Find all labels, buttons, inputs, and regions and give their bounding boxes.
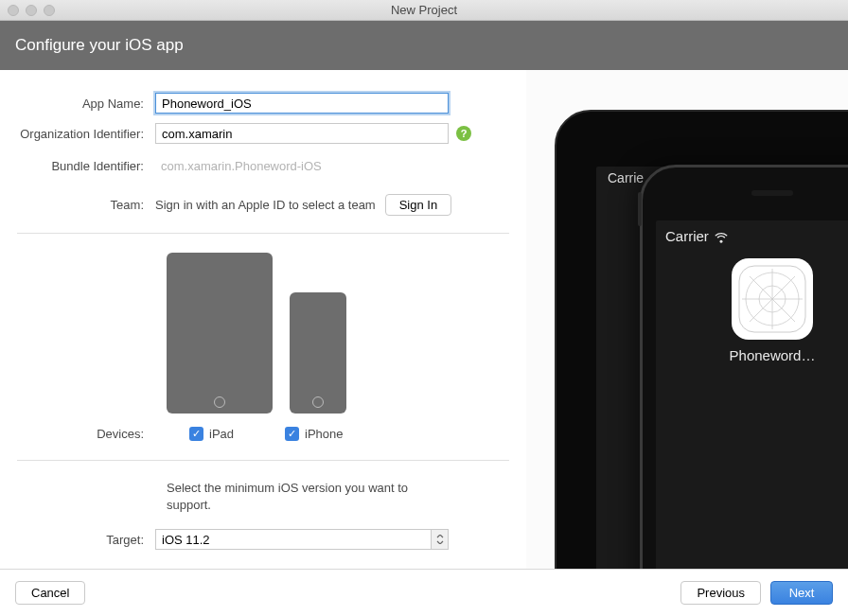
ipad-carrier-text: Carrie xyxy=(608,170,644,185)
target-description: Select the minimum iOS version you want … xyxy=(167,480,432,514)
app-name-input[interactable] xyxy=(155,93,449,114)
ipad-checkbox[interactable]: ✓ xyxy=(189,427,203,441)
devices-label: Devices: xyxy=(17,427,155,441)
previous-button[interactable]: Previous xyxy=(680,581,761,605)
target-select[interactable]: iOS 11.2 xyxy=(155,529,449,550)
traffic-lights xyxy=(8,5,55,16)
preview-app-name: Phoneword… xyxy=(656,347,848,363)
target-select-value: iOS 11.2 xyxy=(162,533,210,547)
team-text: Sign in with an Apple ID to select a tea… xyxy=(155,198,376,212)
iphone-checkbox[interactable]: ✓ xyxy=(285,427,299,441)
team-row: Team: Sign in with an Apple ID to select… xyxy=(17,194,509,216)
next-button[interactable]: Next xyxy=(770,581,833,605)
iphone-check-group: ✓ iPhone xyxy=(285,427,343,441)
minimize-window-button[interactable] xyxy=(26,5,37,16)
iphone-icon xyxy=(290,292,346,414)
bundle-id-label: Bundle Identifier: xyxy=(17,159,155,173)
wifi-icon xyxy=(715,230,728,243)
target-label: Target: xyxy=(17,533,155,547)
zoom-window-button[interactable] xyxy=(44,5,55,16)
iphone-speaker xyxy=(751,190,793,196)
page-title: Configure your iOS app xyxy=(15,36,184,55)
page-header: Configure your iOS app xyxy=(0,21,848,70)
org-id-input[interactable] xyxy=(155,123,449,144)
device-icons xyxy=(167,253,509,414)
iphone-carrier-text: Carrier xyxy=(665,228,709,244)
home-button-icon xyxy=(214,396,225,408)
app-name-label: App Name: xyxy=(17,97,155,111)
close-window-button[interactable] xyxy=(8,5,19,16)
preview-panel: Carrie Carrier xyxy=(526,70,848,569)
target-section: Select the minimum iOS version you want … xyxy=(17,480,509,550)
content-area: App Name: Organization Identifier: ? Bun… xyxy=(0,70,848,569)
window-title: New Project xyxy=(0,3,848,17)
org-id-label: Organization Identifier: xyxy=(17,127,155,141)
titlebar: New Project xyxy=(0,0,848,21)
bundle-id-value: com.xamarin.Phoneword-iOS xyxy=(155,159,322,173)
bundle-id-row: Bundle Identifier: com.xamarin.Phoneword… xyxy=(17,159,509,173)
divider xyxy=(17,460,509,461)
footer-right: Previous Next xyxy=(680,581,833,605)
cancel-button[interactable]: Cancel xyxy=(15,581,85,605)
ipad-icon xyxy=(167,253,273,414)
iphone-check-label: iPhone xyxy=(305,427,343,441)
help-icon[interactable]: ? xyxy=(456,126,471,141)
ipad-check-group: ✓ iPad xyxy=(189,427,234,441)
divider xyxy=(17,233,509,234)
footer: Cancel Previous Next xyxy=(0,569,848,616)
app-icon-placeholder xyxy=(738,265,806,333)
org-id-row: Organization Identifier: ? xyxy=(17,123,509,144)
team-label: Team: xyxy=(17,198,155,212)
app-name-row: App Name: xyxy=(17,93,509,114)
iphone-preview: Carrier Phoneword… xyxy=(640,165,848,569)
iphone-status-bar: Carrier xyxy=(665,228,728,244)
signin-button[interactable]: Sign In xyxy=(385,194,451,216)
home-button-icon xyxy=(312,396,324,408)
iphone-screen: Carrier Phoneword… xyxy=(656,220,848,569)
ipad-check-label: iPad xyxy=(209,427,234,441)
target-row: Target: iOS 11.2 xyxy=(17,529,509,550)
form-panel: App Name: Organization Identifier: ? Bun… xyxy=(0,70,526,569)
chevron-down-icon xyxy=(431,530,448,549)
app-icon xyxy=(732,258,813,340)
iphone-side-button xyxy=(638,192,642,226)
devices-row: Devices: ✓ iPad ✓ iPhone xyxy=(17,427,509,441)
